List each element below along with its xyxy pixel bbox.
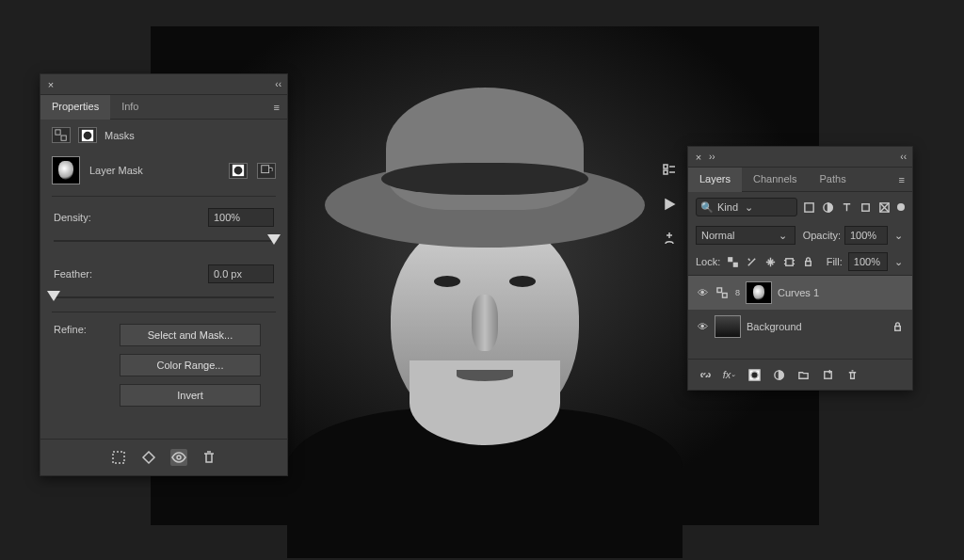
select-and-mask-button[interactable]: Select and Mask...	[120, 324, 261, 346]
svg-rect-9	[113, 452, 124, 463]
lock-position-icon[interactable]	[763, 254, 777, 269]
svg-point-5	[84, 131, 92, 139]
expand-icon[interactable]: ››	[709, 152, 715, 162]
delete-mask-icon[interactable]	[201, 449, 217, 466]
panel-titlebar: × ‹‹	[40, 74, 287, 95]
search-icon: 🔍	[700, 201, 714, 214]
refine-label: Refine:	[54, 324, 110, 335]
svg-rect-15	[729, 257, 732, 261]
layer-row[interactable]: 👁 8 Curves 1	[688, 276, 912, 310]
filter-smart-icon[interactable]	[876, 200, 892, 215]
opacity-label: Opacity:	[803, 230, 841, 241]
panel-menu-icon[interactable]: ≡	[892, 174, 912, 185]
svg-rect-2	[56, 129, 60, 134]
filter-toggle-icon[interactable]	[897, 203, 905, 211]
layer-row[interactable]: 👁 Background	[688, 310, 912, 344]
layers-panel: × ›› ‹‹ Layers Channels Paths ≡ 🔍 Kind ⌄…	[687, 146, 913, 391]
lock-transparency-icon[interactable]	[726, 254, 739, 269]
svg-rect-17	[786, 258, 793, 264]
svg-rect-18	[806, 261, 811, 265]
chevron-down-icon[interactable]: ⌄	[893, 256, 905, 268]
add-mask-icon[interactable]	[747, 367, 762, 382]
svg-rect-0	[664, 165, 667, 168]
fill-value: 100%	[854, 256, 880, 267]
clone-source-icon[interactable]	[659, 228, 680, 248]
svg-point-7	[234, 167, 243, 175]
feather-input[interactable]: 0.0 px	[208, 264, 274, 283]
delete-layer-icon[interactable]	[844, 367, 860, 382]
apply-mask-icon[interactable]	[140, 449, 157, 466]
lock-icon	[890, 319, 905, 334]
collapse-icon[interactable]: ‹‹	[900, 152, 907, 162]
tab-paths[interactable]: Paths	[809, 168, 858, 191]
mask-type-label: Layer Mask	[89, 165, 143, 176]
layer-style-icon[interactable]: fx⌄	[722, 367, 737, 382]
panel-titlebar: × ›› ‹‹	[688, 147, 912, 168]
opacity-input[interactable]: 100%	[844, 226, 888, 245]
svg-rect-13	[861, 203, 868, 210]
layer-filter-kind[interactable]: 🔍 Kind ⌄	[696, 198, 797, 216]
svg-point-10	[177, 456, 181, 459]
pixel-mask-button[interactable]	[229, 163, 248, 179]
mask-icon	[78, 127, 97, 143]
svg-rect-25	[824, 371, 830, 377]
visibility-icon[interactable]: 👁	[696, 321, 709, 332]
new-group-icon[interactable]	[795, 367, 811, 382]
new-adjustment-icon[interactable]	[771, 367, 786, 382]
tab-layers[interactable]: Layers	[688, 168, 742, 192]
layers-tabs: Layers Channels Paths ≡	[688, 168, 912, 192]
properties-panel: × ‹‹ Properties Info ≡ Masks Layer Mask …	[40, 73, 288, 476]
layer-thumbnail[interactable]	[715, 315, 741, 338]
layer-name[interactable]: Curves 1	[778, 287, 819, 298]
feather-label: Feather:	[54, 268, 110, 280]
filter-pixel-icon[interactable]	[801, 200, 816, 215]
actions-play-icon[interactable]	[659, 194, 680, 215]
tab-properties[interactable]: Properties	[40, 95, 110, 120]
toggle-visibility-icon[interactable]	[170, 449, 187, 466]
close-icon[interactable]: ×	[694, 152, 703, 162]
svg-rect-19	[716, 287, 721, 292]
density-slider[interactable]	[54, 232, 274, 249]
feather-slider[interactable]	[54, 289, 274, 306]
density-input[interactable]: 100%	[208, 208, 274, 227]
panel-menu-icon[interactable]: ≡	[266, 102, 287, 113]
vector-mask-button[interactable]	[257, 163, 276, 179]
visibility-icon[interactable]: 👁	[696, 287, 709, 298]
tab-info[interactable]: Info	[110, 95, 150, 119]
chevron-down-icon: ⌄	[742, 201, 755, 214]
fill-input[interactable]: 100%	[848, 252, 888, 271]
filter-type-icon[interactable]	[839, 200, 854, 215]
collapse-icon[interactable]: ‹‹	[275, 79, 281, 89]
svg-rect-16	[733, 263, 737, 266]
lock-all-icon[interactable]	[802, 254, 815, 269]
lock-label: Lock:	[696, 256, 720, 267]
svg-rect-8	[262, 166, 269, 173]
lock-artboard-icon[interactable]	[783, 254, 796, 269]
close-icon[interactable]: ×	[46, 80, 56, 89]
link-layers-icon[interactable]	[698, 367, 713, 382]
layer-name[interactable]: Background	[747, 321, 802, 332]
history-icon[interactable]	[659, 160, 680, 181]
blend-mode-value: Normal	[701, 230, 734, 241]
svg-rect-11	[804, 202, 812, 211]
filter-adjust-icon[interactable]	[820, 200, 835, 215]
filter-shape-icon[interactable]	[858, 200, 873, 215]
density-label: Density:	[54, 212, 110, 223]
invert-button[interactable]: Invert	[120, 384, 261, 407]
portrait-illustration	[268, 50, 701, 502]
tab-channels[interactable]: Channels	[742, 168, 808, 191]
blend-mode-dropdown[interactable]: Normal ⌄	[696, 226, 795, 245]
load-selection-icon[interactable]	[110, 449, 127, 466]
layer-mask-thumbnail[interactable]	[746, 281, 772, 304]
chevron-down-icon[interactable]: ⌄	[892, 230, 905, 242]
link-icon[interactable]: 8	[735, 288, 740, 297]
mask-thumbnail[interactable]	[52, 156, 80, 184]
lock-pixels-icon[interactable]	[745, 254, 758, 269]
adjustment-layer-icon	[715, 285, 730, 300]
svg-rect-1	[664, 170, 667, 174]
color-range-button[interactable]: Color Range...	[120, 354, 261, 376]
new-layer-icon[interactable]	[820, 367, 835, 382]
adjustment-icon	[52, 127, 71, 143]
masks-heading: Masks	[104, 130, 135, 141]
properties-footer	[40, 439, 287, 475]
